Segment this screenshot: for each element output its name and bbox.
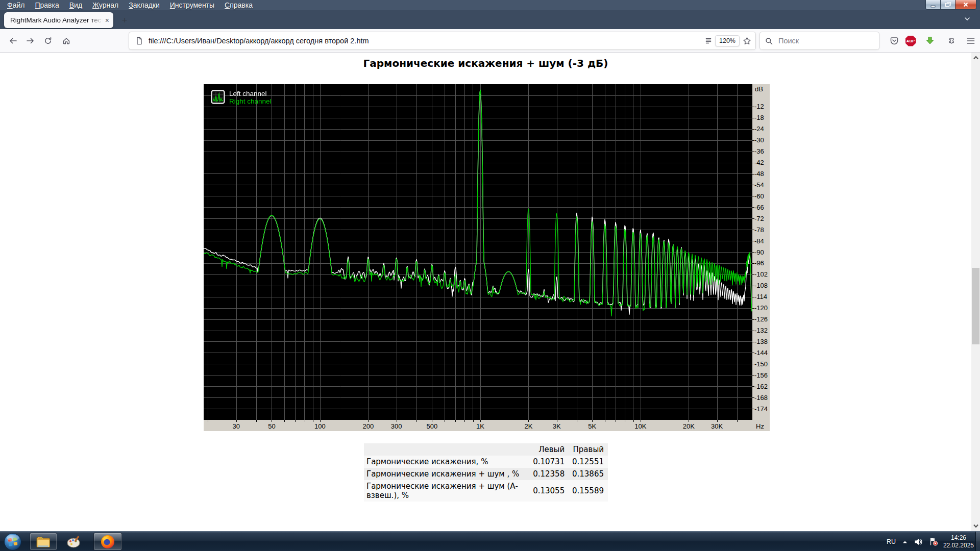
y-tick-label: -36 xyxy=(754,147,764,155)
menu-item-6[interactable]: Справка xyxy=(219,0,258,10)
url-bar[interactable]: file:///C:/Users/Иван/Desktop/аккорд/акк… xyxy=(129,32,755,49)
menu-bar: ФайлПравкаВидЖурналЗакладкиИнструментыСп… xyxy=(2,0,258,10)
system-tray: RU 14:26 22.02.2025 xyxy=(884,532,976,551)
home-icon xyxy=(62,37,70,45)
y-tick-label: -24 xyxy=(754,125,764,133)
page-scrollbar[interactable] xyxy=(971,53,980,531)
x-tick xyxy=(432,420,432,422)
x-tick xyxy=(416,420,417,422)
minimize-button[interactable] xyxy=(925,0,941,10)
browser-tab[interactable]: RightMark Audio Analyzer тест : [AS × xyxy=(4,12,113,28)
action-center-flag-icon[interactable] xyxy=(929,537,938,546)
taskbar-app-firefox[interactable] xyxy=(93,533,122,550)
spectrum-chart: Left channel Right channel 3050100200300… xyxy=(204,84,770,431)
menu-item-3[interactable]: Журнал xyxy=(87,0,124,10)
scroll-down-icon[interactable] xyxy=(971,522,980,530)
y-tick-label: -114 xyxy=(754,293,767,300)
restore-button[interactable] xyxy=(941,0,955,10)
scroll-up-icon[interactable] xyxy=(971,54,980,62)
x-tick-label: 2K xyxy=(524,422,532,430)
close-button[interactable] xyxy=(955,0,976,10)
reader-mode-icon[interactable] xyxy=(704,37,712,45)
menu-item-2[interactable]: Вид xyxy=(64,0,87,10)
restore-icon xyxy=(944,1,952,9)
extensions-puzzle-icon[interactable] xyxy=(945,35,958,47)
zoom-level-button[interactable]: 120% xyxy=(715,35,740,46)
y-tick-label: -78 xyxy=(754,226,764,234)
menu-item-5[interactable]: Инструменты xyxy=(165,0,219,10)
x-tick xyxy=(633,420,634,422)
table-row: Гармонические искажения, %0.107310.12551 xyxy=(364,456,608,468)
language-indicator[interactable]: RU xyxy=(887,538,896,545)
bookmark-star-icon[interactable] xyxy=(743,37,751,45)
menu-item-0[interactable]: Файл xyxy=(2,0,30,10)
x-tick-label: 30K xyxy=(711,422,723,430)
url-text[interactable]: file:///C:/Users/Иван/Desktop/аккорд/акк… xyxy=(149,37,704,45)
browser-window-chrome: ФайлПравкаВидЖурналЗакладкиИнструментыСп… xyxy=(0,0,980,29)
x-tick-label: 300 xyxy=(391,422,402,430)
y-tick-label: -48 xyxy=(754,170,764,178)
x-tick-label: 200 xyxy=(363,422,374,430)
y-tick-label: -162 xyxy=(754,383,768,390)
x-tick xyxy=(368,420,369,422)
taskbar-app-paint[interactable] xyxy=(60,533,88,550)
tab-close-icon[interactable]: × xyxy=(105,17,109,24)
y-tick-label: -132 xyxy=(754,327,768,334)
back-button[interactable] xyxy=(5,33,21,49)
x-tick xyxy=(256,420,257,422)
x-tick xyxy=(272,420,272,422)
x-tick xyxy=(397,420,397,422)
window-controls xyxy=(925,0,976,10)
y-tick-label: -72 xyxy=(754,215,764,222)
y-tick-label: -84 xyxy=(754,237,764,245)
table-header-row: Левый Правый xyxy=(364,443,608,456)
y-tick-label: -126 xyxy=(754,315,768,323)
forward-button[interactable] xyxy=(22,33,38,49)
adblock-plus-icon[interactable]: ABP xyxy=(904,35,917,47)
y-tick-label: -108 xyxy=(754,282,768,289)
y-tick-label: -12 xyxy=(754,103,764,110)
desktop: ФайлПравкаВидЖурналЗакладкиИнструментыСп… xyxy=(0,0,980,551)
close-icon xyxy=(962,1,970,9)
list-tabs-icon[interactable] xyxy=(964,15,971,24)
reload-button[interactable] xyxy=(40,33,56,49)
windows-explorer-icon xyxy=(36,535,51,548)
y-tick-label: -60 xyxy=(754,192,764,200)
x-tick xyxy=(717,420,718,422)
y-tick-label: -30 xyxy=(754,136,764,144)
row-label: Гармонические искажения, % xyxy=(364,456,529,468)
row-value: 0.12551 xyxy=(569,456,608,468)
home-button[interactable] xyxy=(58,33,75,49)
y-axis-unit: dB xyxy=(755,85,763,93)
x-tick-label: 20K xyxy=(683,422,695,430)
menu-item-1[interactable]: Правка xyxy=(30,0,64,10)
download-manager-icon[interactable] xyxy=(924,35,936,47)
taskbar-clock[interactable]: 14:26 22.02.2025 xyxy=(943,534,974,549)
start-button[interactable] xyxy=(3,533,23,550)
page-title: Гармонические искажения + шум (-3 дБ) xyxy=(0,57,971,69)
hamburger-menu-icon[interactable] xyxy=(965,35,977,47)
row-label: Гармонические искажения + шум , % xyxy=(364,468,529,480)
menu-item-4[interactable]: Закладки xyxy=(124,0,165,10)
y-tick-label: -18 xyxy=(754,114,764,121)
row-value: 0.13055 xyxy=(529,480,569,502)
scrollbar-thumb[interactable] xyxy=(972,268,979,344)
search-input[interactable] xyxy=(777,36,866,45)
new-tab-button[interactable]: + xyxy=(118,14,131,27)
x-tick xyxy=(208,420,208,422)
row-value: 0.15589 xyxy=(569,480,608,502)
y-tick-label: -174 xyxy=(754,405,768,413)
x-tick xyxy=(737,420,738,422)
search-bar[interactable] xyxy=(760,32,879,49)
forward-icon xyxy=(26,37,35,45)
x-tick xyxy=(689,420,689,422)
pocket-icon[interactable] xyxy=(888,35,900,47)
firefox-icon xyxy=(100,534,115,549)
hidden-icons-chevron[interactable] xyxy=(902,540,908,544)
x-axis-unit: Hz xyxy=(756,422,764,430)
page-icon xyxy=(135,37,143,45)
x-tick xyxy=(577,420,577,422)
volume-icon[interactable] xyxy=(914,538,923,546)
show-desktop-button[interactable] xyxy=(975,532,980,551)
taskbar-app-explorer[interactable] xyxy=(30,533,57,550)
